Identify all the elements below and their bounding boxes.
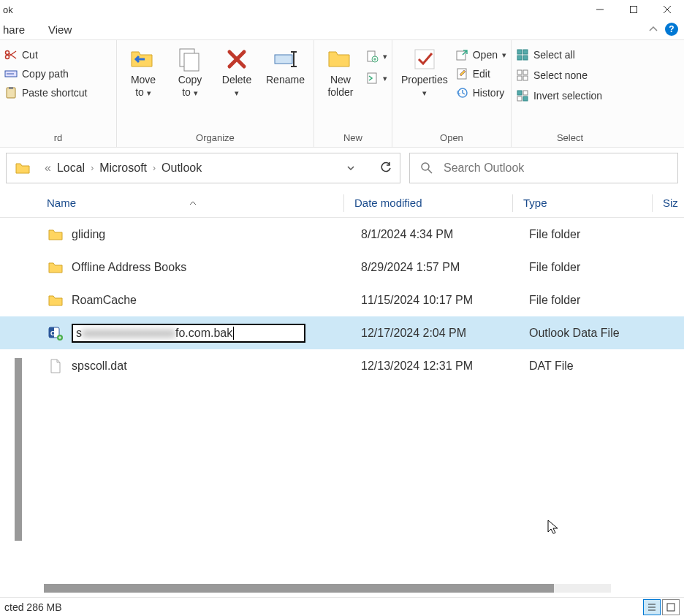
folder-icon	[327, 46, 354, 72]
file-name: spscoll.dat	[72, 360, 127, 373]
delete-button[interactable]: Delete▾	[215, 43, 259, 102]
file-date: 12/13/2024 12:31 PM	[361, 360, 529, 373]
maximize-button[interactable]	[617, 0, 650, 19]
invert-selection-button[interactable]: Invert selection	[516, 87, 602, 104]
svg-rect-38	[523, 91, 528, 95]
folder-icon	[47, 292, 64, 309]
svg-rect-30	[523, 50, 528, 54]
svg-rect-16	[275, 55, 292, 64]
details-view-button[interactable]	[643, 599, 661, 615]
file-name: gliding	[72, 228, 105, 241]
collapse-ribbon-icon[interactable]	[647, 23, 659, 35]
svg-text:O: O	[50, 330, 56, 337]
file-type: File folder	[529, 261, 668, 274]
select-group-label: Select	[516, 129, 624, 145]
properties-button[interactable]: Properties▾	[397, 43, 452, 102]
file-type: Outlook Data File	[529, 327, 668, 340]
file-row[interactable]: spscoll.dat12/13/2024 12:31 PMDAT File	[0, 349, 684, 382]
minimize-button[interactable]	[583, 0, 617, 19]
search-box[interactable]	[409, 153, 678, 183]
folder-icon	[47, 259, 64, 276]
nav-scrollbar[interactable]	[15, 358, 22, 541]
file-row[interactable]: Offline Address Books8/29/2024 1:57 PMFi…	[0, 251, 684, 284]
cursor-icon	[547, 519, 561, 536]
new-group-label: New	[319, 129, 387, 145]
svg-point-4	[6, 51, 10, 55]
svg-rect-34	[523, 70, 528, 75]
copy-path-label: Copy path	[22, 68, 69, 80]
edit-button[interactable]: Edit	[455, 65, 506, 83]
copy-to-button[interactable]: Copy to ▾	[168, 43, 212, 102]
svg-rect-11	[9, 87, 13, 89]
organize-group-label: Organize	[121, 129, 309, 145]
move-to-button[interactable]: Move to ▾	[121, 43, 165, 102]
copy-path-button[interactable]: Copy path	[4, 65, 69, 83]
svg-rect-37	[517, 91, 522, 95]
new-folder-button[interactable]: New folder	[319, 43, 362, 102]
column-headers: Name Date modified Type Siz	[0, 189, 684, 218]
horizontal-scrollbar[interactable]	[44, 584, 611, 593]
status-text: cted 286 MB	[4, 601, 62, 613]
window-title: ok	[3, 4, 13, 15]
folder-icon	[47, 226, 64, 243]
open-button[interactable]: Open ▾	[455, 46, 506, 64]
folder-icon	[14, 159, 31, 177]
breadcrumb-local[interactable]: Local	[57, 161, 85, 175]
column-name[interactable]: Name	[47, 197, 343, 209]
clipboard-icon	[4, 86, 18, 99]
address-bar[interactable]: « Local › Microsoft › Outlook	[6, 153, 400, 183]
paste-shortcut-button[interactable]: Paste shortcut	[4, 84, 88, 102]
file-date: 8/1/2024 4:34 PM	[361, 228, 529, 241]
svg-point-41	[422, 163, 429, 170]
file-name: Offline Address Books	[72, 261, 186, 274]
tab-view[interactable]: View	[48, 23, 72, 36]
select-all-icon	[516, 48, 529, 61]
sort-icon	[189, 199, 197, 208]
status-bar: cted 286 MB	[0, 597, 684, 616]
search-icon	[420, 161, 433, 175]
select-all-button[interactable]: Select all	[516, 46, 602, 64]
close-button[interactable]	[650, 0, 684, 19]
rename-button[interactable]: Rename	[262, 43, 309, 89]
rename-input[interactable]: sxxxxxxxxxxxxxxxxfo.com.bak	[72, 324, 305, 343]
column-type[interactable]: Type	[513, 197, 652, 209]
file-icon	[47, 357, 64, 375]
file-date: 11/15/2024 10:17 PM	[361, 294, 529, 307]
cut-button[interactable]: Cut	[4, 46, 38, 64]
tab-share[interactable]: hare	[3, 23, 25, 36]
file-date: 12/17/2024 2:04 PM	[361, 327, 529, 340]
select-none-button[interactable]: Select none	[516, 66, 602, 84]
refresh-icon[interactable]	[379, 161, 392, 175]
chevron-down-icon[interactable]	[346, 163, 356, 173]
history-button[interactable]: History	[455, 84, 506, 102]
svg-line-42	[428, 170, 432, 173]
search-input[interactable]	[444, 161, 667, 175]
help-icon[interactable]: ?	[665, 23, 678, 36]
chevron-right-icon: ›	[153, 163, 156, 173]
rename-icon	[272, 46, 298, 72]
easy-access-button[interactable]: ▾	[365, 69, 387, 87]
svg-rect-10	[7, 88, 15, 98]
breadcrumb-outlook[interactable]: Outlook	[162, 161, 202, 175]
new-item-button[interactable]: ▾	[365, 47, 387, 65]
ost-icon: O	[47, 324, 64, 342]
paste-shortcut-label: Paste shortcut	[22, 87, 88, 99]
breadcrumb-microsoft[interactable]: Microsoft	[99, 161, 147, 175]
open-group-label: Open	[397, 129, 506, 145]
svg-rect-36	[523, 76, 528, 80]
svg-rect-33	[517, 70, 522, 75]
select-none-icon	[516, 69, 529, 82]
file-row[interactable]: gliding8/1/2024 4:34 PMFile folder	[0, 218, 684, 251]
chevron-right-icon: ›	[91, 163, 94, 173]
file-type: File folder	[529, 228, 668, 241]
thumbnails-view-button[interactable]	[662, 599, 680, 615]
file-date: 8/29/2024 1:57 PM	[361, 261, 529, 274]
breadcrumb-prefix: «	[45, 161, 51, 175]
column-date[interactable]: Date modified	[344, 197, 512, 209]
column-size[interactable]: Siz	[653, 197, 684, 209]
file-row[interactable]: Osxxxxxxxxxxxxxxxxfo.com.bak12/17/2024 2…	[0, 316, 684, 349]
svg-rect-29	[517, 50, 522, 54]
file-row[interactable]: RoamCache11/15/2024 10:17 PMFile folder	[0, 284, 684, 316]
move-to-icon	[130, 46, 156, 72]
svg-rect-25	[415, 50, 434, 69]
